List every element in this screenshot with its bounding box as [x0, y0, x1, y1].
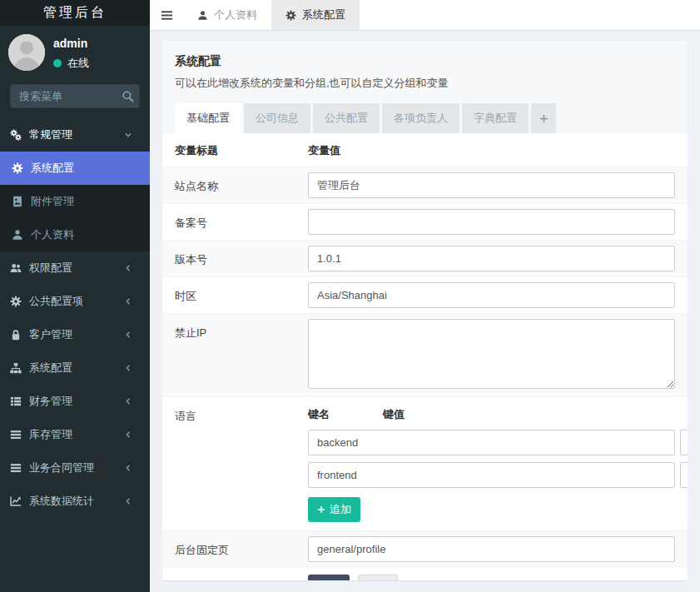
sidebar-item-system-config[interactable]: 系统配置: [0, 152, 150, 185]
sidebar-item-permission-config[interactable]: 权限配置: [0, 251, 150, 285]
sidebar-item-attachment-management[interactable]: 附件管理: [0, 185, 150, 218]
field-label: 备案号: [175, 209, 308, 231]
file-image-icon: [12, 196, 23, 207]
sidebar-item-data-statistics[interactable]: 系统数据统计: [0, 485, 150, 518]
cogs-icon: [10, 129, 22, 141]
kv-row-frontend: [308, 462, 675, 488]
kv-value-header: 键值: [383, 407, 405, 422]
page-title: 系统配置: [175, 54, 675, 69]
chevron-left-icon: [124, 364, 132, 372]
topbar: 个人资料 系统配置: [150, 0, 700, 31]
chevron-left-icon: [124, 464, 132, 472]
sidebar: 管理后台 admin 在线: [0, 0, 150, 592]
panel-body: 变量标题 变量值 站点名称 备案号 版本号: [162, 133, 688, 580]
sidebar-item-finance-management[interactable]: 财务管理: [0, 385, 150, 418]
beian-number-input[interactable]: [308, 209, 675, 235]
language-value-input[interactable]: [680, 430, 688, 455]
chevron-down-icon: [124, 131, 132, 139]
language-key-input[interactable]: [308, 462, 675, 488]
append-row-button[interactable]: 追加: [308, 497, 360, 522]
column-header-value: 变量值: [308, 143, 340, 158]
sidebar-item-contract-management[interactable]: 业务合同管理: [0, 451, 150, 485]
field-label: 时区: [175, 282, 308, 304]
content-area: 系统配置 可以在此增改系统的变量和分组,也可以自定义分组和变量 基础配置 公司信…: [150, 31, 700, 592]
bars-icon: [161, 10, 173, 21]
sidebar-item-inventory-management[interactable]: 库存管理: [0, 418, 150, 451]
sitemap-icon: [10, 362, 22, 374]
sidebar-item-label: 财务管理: [29, 394, 72, 409]
search-icon[interactable]: [122, 90, 134, 102]
tab-company-info[interactable]: 公司信息: [244, 103, 310, 133]
search-input[interactable]: [10, 84, 140, 108]
form-row-version: 版本号: [162, 240, 688, 276]
submit-button[interactable]: 确定: [308, 575, 350, 580]
list-icon: [10, 462, 22, 474]
add-group-tab[interactable]: [531, 103, 556, 133]
panel-heading: 系统配置 可以在此增改系统的变量和分组,也可以自定义分组和变量 基础配置 公司信…: [162, 41, 688, 133]
language-key-input[interactable]: [308, 430, 675, 455]
sidebar-item-profile[interactable]: 个人资料: [0, 218, 150, 251]
spacer: [175, 575, 308, 580]
version-input[interactable]: [308, 246, 675, 271]
users-icon: [10, 262, 22, 274]
reset-button[interactable]: 重置: [358, 575, 398, 580]
field-label: 语言: [175, 402, 308, 424]
tab-basic-config[interactable]: 基础配置: [175, 103, 241, 133]
app-window: 管理后台 admin 在线: [0, 0, 700, 592]
sidebar-item-label: 个人资料: [31, 227, 74, 242]
form-row-site-name: 站点名称: [162, 167, 688, 203]
sidebar-item-label: 权限配置: [29, 261, 72, 276]
sidebar-item-label: 客户管理: [29, 327, 72, 342]
th-list-icon: [10, 395, 22, 407]
forbidden-ip-textarea[interactable]: [308, 319, 675, 389]
sidebar-search: [10, 84, 140, 108]
online-status-dot: [53, 59, 62, 67]
gear-icon: [10, 296, 22, 307]
form-row-fixed-page: 后台固定页: [162, 530, 688, 567]
main-area: 个人资料 系统配置 系统配置 可以在此增改系统的变量和分组,也可以自定义分组和变…: [150, 0, 700, 592]
chevron-left-icon: [124, 397, 132, 405]
tab-dictionary-config[interactable]: 字典配置: [462, 103, 529, 133]
form-row-forbidden-ip: 禁止IP: [162, 313, 688, 396]
gear-icon: [12, 162, 23, 174]
fixed-page-input[interactable]: [308, 536, 675, 562]
form-row-language: 语言 键名 键值: [162, 396, 688, 530]
user-status-label: 在线: [67, 56, 89, 71]
sidebar-item-customer-management[interactable]: 客户管理: [0, 318, 150, 351]
chevron-left-icon: [124, 430, 132, 439]
tab-public-config[interactable]: 公共配置: [313, 103, 380, 133]
user-icon: [197, 10, 208, 21]
tab-responsible-persons[interactable]: 各项负责人: [382, 103, 459, 133]
form-actions-row: 确定 重置: [162, 567, 688, 580]
sidebar-item-system-config-group[interactable]: 系统配置: [0, 351, 150, 385]
topbar-tab-system-config[interactable]: 系统配置: [271, 0, 360, 30]
site-name-input[interactable]: [308, 172, 675, 198]
sidebar-toggle-button[interactable]: [150, 0, 183, 30]
chevron-left-icon: [124, 297, 132, 306]
field-label: 版本号: [175, 246, 308, 267]
sidebar-item-label: 系统配置: [29, 361, 72, 376]
plus-icon: [539, 114, 549, 123]
plus-icon: [317, 505, 325, 514]
field-label: 后台固定页: [175, 536, 308, 558]
sidebar-submenu: 系统配置 附件管理 个人资料: [0, 152, 150, 251]
chevron-left-icon: [124, 497, 132, 505]
sidebar-menu: 常规管理 系统配置 附件管理 个人资料: [0, 118, 150, 592]
field-label: 禁止IP: [175, 319, 308, 341]
kv-header-row: 键名 键值: [308, 402, 675, 430]
topbar-tab-label: 系统配置: [302, 7, 345, 22]
timezone-input[interactable]: [308, 282, 675, 308]
form-header-row: 变量标题 变量值: [162, 133, 688, 167]
sidebar-item-general-management[interactable]: 常规管理: [0, 118, 150, 152]
list-icon: [10, 429, 22, 440]
language-value-input[interactable]: [680, 462, 688, 488]
gear-icon: [285, 10, 296, 21]
topbar-tab-profile[interactable]: 个人资料: [183, 0, 271, 30]
append-button-label: 追加: [330, 502, 351, 517]
chevron-left-icon: [124, 264, 132, 272]
form-row-beian: 备案号: [162, 203, 688, 240]
chart-line-icon: [10, 495, 22, 507]
sidebar-item-public-config[interactable]: 公共配置项: [0, 285, 150, 318]
sidebar-item-label: 业务合同管理: [29, 460, 94, 475]
field-label: 站点名称: [175, 172, 308, 194]
